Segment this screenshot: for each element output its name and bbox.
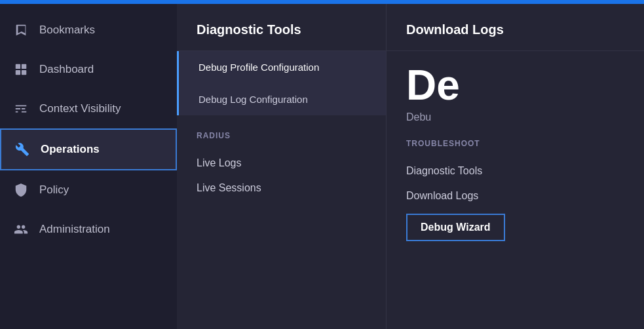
dashboard-icon: [13, 62, 29, 77]
sidebar-item-context-visibility[interactable]: Context Visibility: [0, 89, 177, 128]
dropdown-right-panel: Download Logs De Debu Troubleshoot Diagn…: [387, 4, 644, 329]
live-sessions-link[interactable]: Live Sessions: [197, 176, 366, 201]
policy-icon: [13, 182, 29, 198]
live-logs-link[interactable]: Live Logs: [197, 151, 366, 176]
troubleshoot-section-label: Troubleshoot: [406, 139, 624, 148]
diagnostic-tools-header: Diagnostic Tools: [177, 4, 386, 51]
svg-rect-0: [16, 64, 20, 69]
troubleshoot-links: Diagnostic Tools Download Logs Debug Wiz…: [406, 159, 624, 241]
diagnostic-tools-label: Diagnostic Tools: [197, 22, 301, 37]
operations-icon: [14, 142, 30, 157]
diagnostic-submenu: Debug Profile Configuration Debug Log Co…: [177, 51, 386, 115]
sidebar-item-policy[interactable]: Policy: [0, 170, 177, 210]
submenu-item-debug-log[interactable]: Debug Log Configuration: [179, 83, 386, 115]
troubleshoot-section: Troubleshoot Diagnostic Tools Download L…: [387, 123, 644, 248]
sidebar-item-operations[interactable]: Operations: [0, 128, 177, 170]
sidebar-item-label-operations: Operations: [41, 143, 100, 156]
svg-rect-2: [16, 70, 20, 75]
troubleshoot-download-logs-link[interactable]: Download Logs: [406, 184, 624, 208]
submenu-item-label-debug-profile: Debug Profile Configuration: [199, 62, 319, 73]
sidebar-item-bookmarks[interactable]: Bookmarks: [0, 10, 177, 50]
svg-rect-3: [22, 70, 26, 75]
svg-rect-1: [22, 64, 26, 69]
sidebar-item-label-dashboard: Dashboard: [39, 63, 94, 76]
sidebar-item-label-context-visibility: Context Visibility: [39, 102, 121, 115]
de-partial-text: De: [387, 51, 644, 106]
sidebar: Bookmarks Dashboard Context Visibility O…: [0, 4, 177, 329]
radius-section-label: RADIUS: [197, 131, 366, 140]
submenu-item-label-debug-log: Debug Log Configuration: [199, 94, 308, 105]
dropdown-left-panel: Diagnostic Tools Debug Profile Configura…: [177, 4, 387, 329]
sidebar-item-dashboard[interactable]: Dashboard: [0, 50, 177, 89]
bookmarks-icon: [13, 22, 29, 38]
sidebar-item-label-administration: Administration: [39, 223, 110, 236]
troubleshoot-diagnostic-tools-link[interactable]: Diagnostic Tools: [406, 159, 624, 184]
sidebar-item-administration[interactable]: Administration: [0, 210, 177, 249]
submenu-item-debug-profile[interactable]: Debug Profile Configuration: [179, 51, 386, 83]
sidebar-item-label-bookmarks: Bookmarks: [39, 24, 95, 37]
debug-wizard-link[interactable]: Debug Wizard: [406, 214, 505, 241]
sidebar-item-label-policy: Policy: [39, 184, 69, 197]
radius-section: RADIUS Live Logs Live Sessions: [177, 115, 386, 207]
context-visibility-icon: [13, 101, 29, 117]
download-logs-header: Download Logs: [387, 4, 644, 51]
dropdown-overlay: Diagnostic Tools Debug Profile Configura…: [177, 4, 644, 329]
download-logs-label: Download Logs: [406, 22, 504, 37]
administration-icon: [13, 222, 29, 237]
